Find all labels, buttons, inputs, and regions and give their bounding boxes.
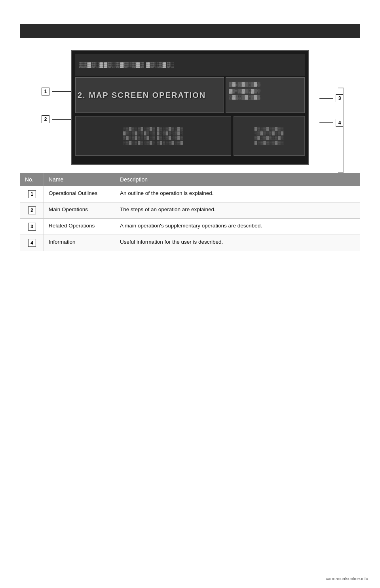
illustration-container: 1 2 ▒▒▓▒░▓▓▒░▒▓▒░▒▓▒ ▓▒░▒▓▒░ 2. MAP SCRE… (20, 50, 360, 165)
illus-noise-left: ░▒▓▒░▒▓░▒▓▒ ▓▒░▒▓▒░▓▒ ▓▒░▒▓░▒▓▒░▒ ▓░▒▓▒░… (121, 125, 185, 147)
table-cell-description: A main operation's supplementary operati… (115, 219, 360, 235)
annot-line-2 (52, 119, 74, 120)
footer-watermark: carmanualsonline.info (326, 576, 368, 581)
table-header-row: No. Name Description (20, 173, 360, 186)
illus-big-text: 2. MAP SCREEN OPERATION (78, 91, 206, 100)
illus-mid-right: ▒▓░▒▓▒░▒▓░▓▒░▒▓▒░▓▒░░▓▒░▒▓░▒▓▒ (226, 77, 305, 113)
table-cell-no: 3 (20, 219, 44, 235)
table-cell-no: 2 (20, 202, 44, 219)
col-header-no: No. (20, 173, 44, 186)
header-bar (20, 24, 360, 38)
left-annotations: 1 2 (42, 88, 74, 123)
illus-bot-left: ░▒▓▒░▒▓░▒▓▒ ▓▒░▒▓▒░▓▒ ▓▒░▒▓░▒▓▒░▒ ▓░▒▓▒░… (75, 116, 231, 156)
annotation-row-1: 1 (42, 88, 74, 95)
table-section: No. Name Description 1Operational Outlin… (20, 173, 360, 251)
illus-bot-right: ▓▒░▒▓░▒▓▒░ ░▒▓▒░▒▓░▒▓ ▒▓░▒▓▒░▒▓░ ▓░▒▓▒░▒… (234, 116, 305, 156)
table-cell-description: Useful information for the user is descr… (115, 235, 360, 251)
table-cell-name: Information (44, 235, 115, 251)
illus-top: ▒▒▓▒░▓▓▒░▒▓▒░▒▓▒ ▓▒░▒▓▒░ (75, 54, 305, 76)
annot-line-3 (319, 98, 333, 99)
illustration-box: ▒▒▓▒░▓▓▒░▒▓▒░▒▓▒ ▓▒░▒▓▒░ 2. MAP SCREEN O… (71, 50, 309, 165)
illus-bottom: ░▒▓▒░▒▓░▒▓▒ ▓▒░▒▓▒░▓▒ ▓▒░▒▓░▒▓▒░▒ ▓░▒▓▒░… (75, 116, 305, 156)
table-cell-no: 1 (20, 186, 44, 202)
col-header-name: Name (44, 173, 115, 186)
illus-noise-right: ▓▒░▒▓░▒▓▒░ ░▒▓▒░▒▓░▒▓ ▒▓░▒▓▒░▒▓░ ▓░▒▓▒░▒… (253, 125, 286, 147)
badge-1-left: 1 (42, 88, 49, 95)
illus-top-text: ▒▒▓▒░▓▓▒░▒▓▒░▒▓▒ ▓▒░▒▓▒░ (79, 62, 175, 68)
annotation-row-2: 2 (42, 115, 74, 123)
annot-line-4 (319, 122, 333, 123)
table-cell-name: Related Operations (44, 219, 115, 235)
info-table: No. Name Description 1Operational Outlin… (20, 173, 360, 251)
page-wrapper: 1 2 ▒▒▓▒░▓▓▒░▒▓▒░▒▓▒ ▓▒░▒▓▒░ 2. MAP SCRE… (0, 0, 380, 588)
table-cell-name: Operational Outlines (44, 186, 115, 202)
right-bracket (338, 88, 344, 173)
col-header-description: Description (115, 173, 360, 186)
table-row: 2Main OperationsThe steps of an operatio… (20, 202, 360, 219)
badge-2-left: 2 (42, 115, 49, 123)
table-cell-description: An outline of the operation is explained… (115, 186, 360, 202)
badge-table-3: 3 (28, 223, 36, 231)
badge-table-1: 1 (28, 190, 36, 198)
table-cell-no: 4 (20, 235, 44, 251)
badge-table-4: 4 (28, 239, 36, 247)
illus-mid-left: 2. MAP SCREEN OPERATION (75, 77, 224, 113)
table-cell-description: The steps of an operation are explained. (115, 202, 360, 219)
table-row: 3Related OperationsA main operation's su… (20, 219, 360, 235)
illus-middle: 2. MAP SCREEN OPERATION ▒▓░▒▓▒░▒▓░▓▒░▒▓▒… (75, 77, 305, 113)
badge-table-2: 2 (28, 206, 36, 214)
table-row: 4InformationUseful information for the u… (20, 235, 360, 251)
annot-line-1 (52, 91, 74, 92)
table-row: 1Operational OutlinesAn outline of the o… (20, 186, 360, 202)
table-cell-name: Main Operations (44, 202, 115, 219)
